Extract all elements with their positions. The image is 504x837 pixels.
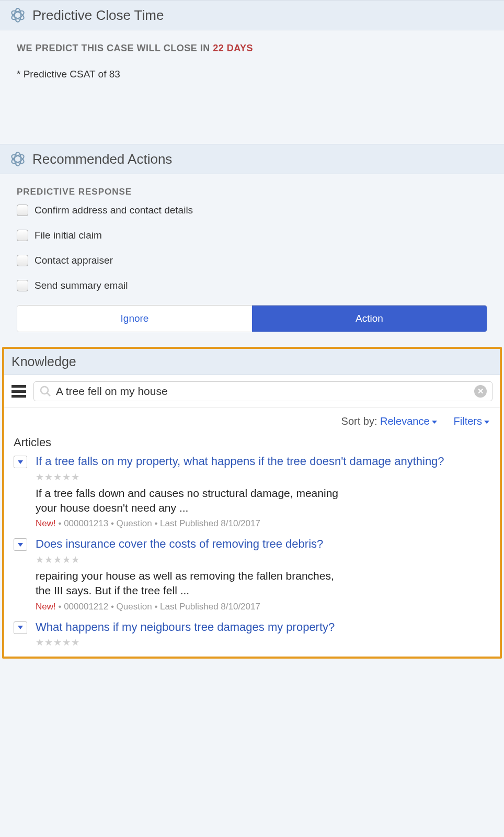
caret-down-icon: [18, 626, 23, 629]
ignore-button[interactable]: Ignore: [17, 306, 252, 332]
sort-by-label: Sort by:: [341, 415, 377, 427]
hamburger-icon[interactable]: [12, 385, 26, 398]
filters-link[interactable]: Filters: [454, 415, 489, 427]
star-rating: ★★★★★: [36, 471, 490, 483]
caret-down-icon: [484, 421, 489, 424]
article-item: If a tree falls on my property, what hap…: [4, 451, 500, 534]
knowledge-search-row: ✕: [4, 375, 500, 408]
checkbox[interactable]: [17, 205, 28, 216]
articles-heading: Articles: [4, 431, 500, 451]
predictive-close-body: WE PREDICT THIS CASE WILL CLOSE IN 22 DA…: [0, 30, 504, 143]
article-body: Does insurance cover the costs of removi…: [36, 536, 490, 612]
check-item-file-claim[interactable]: File initial claim: [17, 230, 487, 241]
checkbox[interactable]: [17, 255, 28, 266]
article-menu-button[interactable]: [14, 456, 27, 468]
article-title-link[interactable]: What happens if my neigbours tree damage…: [36, 619, 490, 635]
article-menu-button[interactable]: [14, 621, 27, 634]
svg-point-2: [15, 8, 21, 22]
article-title-link[interactable]: Does insurance cover the costs of removi…: [36, 536, 490, 552]
check-label: File initial claim: [35, 230, 102, 241]
csat-line: * Predictive CSAT of 83: [17, 69, 487, 80]
article-snippet: If a tree falls down and causes no struc…: [36, 486, 339, 516]
article-meta: New! • 000001213 • Question • Last Publi…: [36, 518, 490, 529]
predictive-close-panel: Predictive Close Time WE PREDICT THIS CA…: [0, 0, 504, 143]
article-body: If a tree falls on my property, what hap…: [36, 454, 490, 529]
caret-down-icon: [432, 421, 437, 424]
predict-days: 22 DAYS: [213, 43, 253, 53]
knowledge-title: Knowledge: [4, 349, 500, 375]
article-snippet: repairing your house as well as removing…: [36, 569, 339, 598]
clear-search-icon[interactable]: ✕: [474, 385, 487, 398]
action-button[interactable]: Action: [252, 306, 487, 332]
article-title-link[interactable]: If a tree falls on my property, what hap…: [36, 454, 490, 469]
article-menu-button[interactable]: [14, 538, 27, 551]
predictive-close-title: Predictive Close Time: [32, 7, 164, 24]
predictive-close-header: Predictive Close Time: [0, 0, 504, 30]
predict-line: WE PREDICT THIS CASE WILL CLOSE IN 22 DA…: [17, 43, 487, 54]
recommended-panel: Recommended Actions PREDICTIVE RESPONSE …: [0, 144, 504, 345]
einstein-icon: [9, 151, 26, 167]
check-label: Send summary email: [35, 280, 128, 291]
check-item-contact-appraiser[interactable]: Contact appraiser: [17, 255, 487, 266]
search-input[interactable]: [56, 385, 474, 398]
sort-row: Sort by: Relevance Filters: [4, 408, 500, 431]
star-rating: ★★★★★: [36, 637, 490, 648]
checkbox[interactable]: [17, 230, 28, 241]
caret-down-icon: [18, 543, 23, 547]
knowledge-panel: Knowledge ✕ Sort by: Relevance Filters A…: [2, 347, 502, 659]
svg-point-6: [41, 387, 48, 394]
check-label: Confirm address and contact details: [35, 205, 193, 216]
predictive-response-heading: PREDICTIVE RESPONSE: [17, 187, 487, 197]
check-item-confirm[interactable]: Confirm address and contact details: [17, 205, 487, 216]
recommended-body: PREDICTIVE RESPONSE Confirm address and …: [0, 174, 504, 345]
sort-by-group: Sort by: Relevance: [341, 415, 437, 427]
svg-point-5: [15, 152, 21, 166]
star-rating: ★★★★★: [36, 554, 490, 565]
article-item: Does insurance cover the costs of removi…: [4, 534, 500, 617]
article-body: What happens if my neigbours tree damage…: [36, 619, 490, 652]
svg-line-7: [47, 393, 50, 396]
search-box: ✕: [33, 381, 492, 401]
recommended-header: Recommended Actions: [0, 144, 504, 174]
einstein-icon: [9, 7, 26, 24]
check-label: Contact appraiser: [35, 255, 113, 266]
new-badge: New!: [36, 602, 56, 612]
button-row: Ignore Action: [17, 305, 487, 332]
article-item: What happens if my neigbours tree damage…: [4, 617, 500, 657]
new-badge: New!: [36, 518, 56, 528]
caret-down-icon: [18, 460, 23, 464]
article-meta: New! • 000001212 • Question • Last Publi…: [36, 602, 490, 612]
search-icon: [39, 385, 52, 398]
predict-prefix: WE PREDICT THIS CASE WILL CLOSE IN: [17, 43, 213, 53]
recommended-title: Recommended Actions: [32, 151, 172, 167]
check-item-send-summary[interactable]: Send summary email: [17, 280, 487, 291]
sort-relevance-link[interactable]: Relevance: [380, 415, 437, 427]
checkbox[interactable]: [17, 280, 28, 291]
